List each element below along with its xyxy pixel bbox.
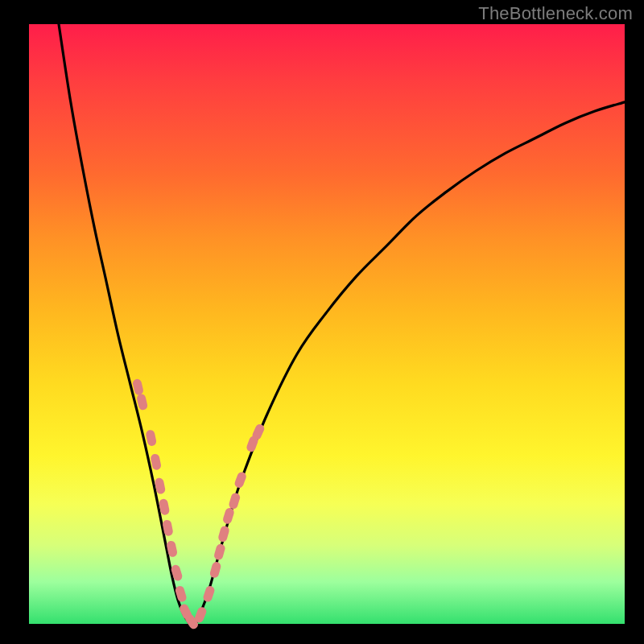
- curves-svg: [29, 24, 625, 624]
- curve-right-branch: [196, 102, 625, 624]
- data-marker: [136, 393, 148, 411]
- marker-group: [132, 378, 266, 631]
- data-marker: [209, 561, 222, 579]
- data-marker: [217, 525, 230, 543]
- plot-area: [29, 24, 625, 624]
- data-marker: [222, 507, 235, 525]
- data-marker: [233, 471, 247, 489]
- chart-frame: TheBottleneck.com: [0, 0, 644, 644]
- watermark-text: TheBottleneck.com: [478, 3, 633, 24]
- data-marker: [213, 543, 226, 560]
- data-marker: [145, 429, 157, 447]
- data-marker: [175, 585, 188, 603]
- data-marker: [228, 492, 241, 510]
- data-marker: [150, 453, 162, 471]
